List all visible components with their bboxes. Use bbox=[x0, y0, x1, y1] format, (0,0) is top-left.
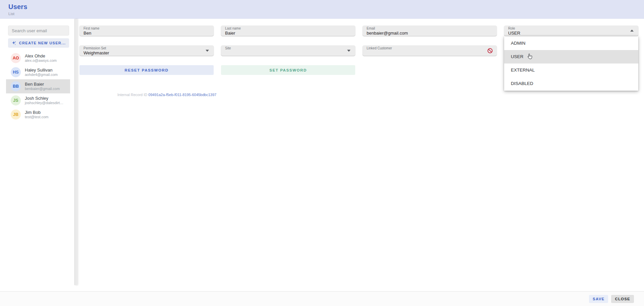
field-label: First name bbox=[84, 27, 210, 31]
blocked-icon bbox=[487, 48, 493, 53]
avatar: JS bbox=[11, 95, 21, 105]
email-field[interactable]: Email benbaier@gmail.com bbox=[363, 26, 497, 36]
page-header: Users List bbox=[0, 0, 644, 19]
set-password-button[interactable]: SET PASSWORD bbox=[221, 65, 355, 75]
record-id-value[interactable]: 09491a2a-f5eb-f011-8195-6045bdbc1397 bbox=[148, 93, 216, 97]
last-name-field[interactable]: Last name Baier bbox=[221, 26, 355, 36]
create-new-user-button[interactable]: CREATE NEW USER... bbox=[8, 38, 69, 48]
avatar: JB bbox=[11, 110, 21, 120]
user-email: benbaier@gmail.com bbox=[25, 87, 60, 91]
create-new-user-label: CREATE NEW USER... bbox=[19, 41, 66, 45]
list-item-haley-sullivan[interactable]: HS Haley Sullivan aohde4@gmail.com bbox=[6, 65, 70, 79]
user-email: test@test.com bbox=[25, 115, 48, 119]
user-list-sidebar: CREATE NEW USER... AO Alex Ohde alex.o@a… bbox=[0, 19, 76, 291]
chevron-down-icon bbox=[206, 50, 209, 52]
user-email: aohde4@gmail.com bbox=[25, 73, 58, 77]
linked-customer-field[interactable]: Linked Customer bbox=[363, 45, 497, 56]
field-label: Email bbox=[367, 27, 493, 31]
field-label: Linked Customer bbox=[367, 46, 493, 50]
field-value: benbaier@gmail.com bbox=[367, 31, 493, 36]
user-name: Alex Ohde bbox=[25, 53, 57, 58]
sidebar-divider[interactable] bbox=[74, 19, 77, 285]
avatar: AO bbox=[11, 53, 21, 63]
site-select[interactable]: Site bbox=[221, 45, 355, 56]
page-title: Users bbox=[8, 3, 644, 11]
sparkle-icon bbox=[11, 41, 16, 46]
field-label: Site bbox=[225, 46, 351, 50]
chevron-up-icon bbox=[630, 30, 634, 32]
list-item-josh-schley[interactable]: JS Josh Schley joshschley@dalesdirt… bbox=[6, 93, 70, 107]
first-name-field[interactable]: First name Ben bbox=[79, 26, 214, 36]
permission-set-select[interactable]: Permission Set Weighmaster bbox=[79, 45, 214, 56]
reset-password-button[interactable]: RESET PASSWORD bbox=[79, 65, 214, 75]
role-option-admin[interactable]: ADMIN bbox=[504, 37, 638, 50]
field-label: Role bbox=[508, 27, 634, 31]
close-button[interactable]: CLOSE bbox=[611, 295, 634, 303]
hand-cursor-icon bbox=[526, 53, 534, 60]
list-item-jim-bob[interactable]: JB Jim Bob test@test.com bbox=[6, 107, 70, 122]
page-subtitle: List bbox=[8, 12, 644, 16]
record-id-label: Internal Record ID bbox=[117, 93, 147, 97]
field-value: Weighmaster bbox=[84, 50, 210, 55]
role-option-user[interactable]: USER bbox=[504, 50, 638, 63]
avatar: HS bbox=[11, 67, 21, 77]
field-label: Permission Set bbox=[84, 46, 210, 50]
role-select[interactable]: Role USER bbox=[504, 26, 638, 36]
footer-bar: SAVE CLOSE bbox=[0, 291, 644, 306]
user-email: alex.o@awsys.com bbox=[25, 58, 57, 63]
role-option-label: USER bbox=[511, 54, 524, 59]
user-name: Jim Bob bbox=[25, 110, 48, 115]
user-email: joshschley@dalesdirt… bbox=[25, 101, 63, 105]
role-option-external[interactable]: EXTERNAL bbox=[504, 63, 638, 77]
avatar: BB bbox=[11, 81, 21, 91]
role-dropdown-menu: ADMIN USER EXTERNAL DISABLED bbox=[504, 36, 638, 91]
internal-record-id-line: Internal Record ID 09491a2a-f5eb-f011-81… bbox=[117, 93, 216, 97]
role-option-disabled[interactable]: DISABLED bbox=[504, 77, 638, 90]
user-name: Ben Baier bbox=[25, 82, 60, 87]
search-input[interactable] bbox=[8, 26, 69, 36]
save-button[interactable]: SAVE bbox=[589, 295, 608, 303]
list-item-alex-ohde[interactable]: AO Alex Ohde alex.o@awsys.com bbox=[6, 51, 70, 65]
chevron-down-icon bbox=[347, 50, 351, 52]
field-value: Ben bbox=[84, 31, 210, 36]
list-item-ben-baier-selected[interactable]: BB Ben Baier benbaier@gmail.com bbox=[6, 79, 70, 93]
user-name: Haley Sullivan bbox=[25, 68, 58, 73]
field-value: Baier bbox=[225, 31, 351, 36]
user-name: Josh Schley bbox=[25, 96, 63, 101]
field-label: Last name bbox=[225, 27, 351, 31]
field-value: USER bbox=[508, 31, 634, 36]
user-list: AO Alex Ohde alex.o@awsys.com HS Haley S… bbox=[0, 51, 76, 122]
